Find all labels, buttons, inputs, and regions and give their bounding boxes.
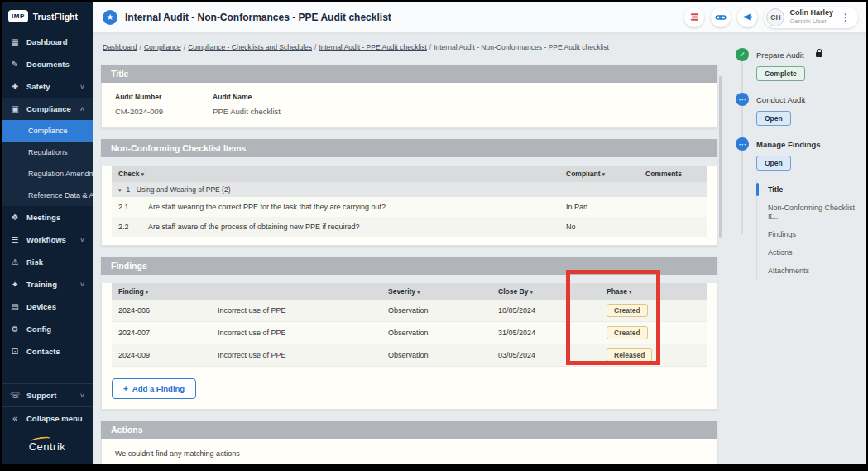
column-header-comments[interactable]: Comments [639,166,707,182]
screenshot-frame: IMP TrustFlight ▦ Dashboard ✎ Documents … [0,0,868,471]
avatar: CH [766,8,784,26]
group-collapse-icon[interactable]: ▾ [118,187,122,193]
breadcrumb-link-internal-audit[interactable]: Internal Audit - PPE Audit checklist [319,43,426,51]
column-header-check[interactable]: Check▾ [112,166,559,182]
scrollbar-thumb[interactable] [719,76,722,238]
compliance-doc-icon: ▣ [10,104,20,113]
finding-severity: Observation [381,344,492,367]
sidebar-subitem-regulations[interactable]: Regulations [2,142,93,163]
chevron-down-icon: ˅ [80,281,84,289]
finding-row[interactable]: 2024-009 Incorrect use of PPE Observatio… [112,344,707,367]
actions-section-header: Actions [101,421,717,439]
group-label: 1 - Using and Wearing of PPE (2) [127,185,231,194]
step-status-badge[interactable]: Complete [756,66,805,81]
sidebar-item-safety[interactable]: ✚ Safety ˅ [2,75,93,98]
audit-name-field: Audit Name PPE Audit checklist [213,93,281,116]
sidebar-item-dashboard[interactable]: ▦ Dashboard [2,31,93,53]
page-title: Internal Audit - Non-Conformances - PPE … [125,12,391,23]
checklist-row[interactable]: 2.1 Are staff wearing the correct PPE fo… [112,197,707,217]
sidebar-item-config[interactable]: ⚙ Config [2,318,93,340]
add-finding-button[interactable]: + Add a Finding [112,378,196,399]
gear-icon: ⚙ [10,324,20,334]
sidebar-item-documents[interactable]: ✎ Documents [2,53,93,75]
checklist-section: Non-Conforming Checklist Items Check▾ Co… [101,139,717,246]
column-header-severity[interactable]: Severity▾ [381,283,492,300]
imp-logo: IMP [8,10,28,22]
brand: IMP TrustFlight [2,2,93,31]
headset-icon: ☏ [10,391,20,400]
finding-close-by: 10/05/2024 [492,300,600,322]
sort-arrow-icon: ▾ [417,289,420,295]
section-nav-findings[interactable]: Findings [768,225,860,243]
compliance-group: ▣ Compliance ˄ Compliance Regulations Re… [2,98,93,206]
checklist-group-row[interactable]: ▾1 - Using and Wearing of PPE (2) [112,182,707,197]
workflow-step-conduct-audit: ⋯ Conduct Audit Open [736,93,860,126]
column-header-phase[interactable]: Phase▾ [600,283,670,300]
step-status-badge[interactable]: Open [756,111,791,126]
finding-row[interactable]: 2024-006 Incorrect use of PPE Observatio… [112,300,707,322]
check-question: Are staff wearing the correct PPE for th… [141,197,559,217]
section-nav-attachments[interactable]: Attachments [768,262,860,280]
column-header-finding[interactable]: Finding▾ [112,283,211,300]
workflows-icon: ☰ [10,235,20,244]
sidebar-subitem-reference-data[interactable]: Reference Data & Ana... [2,185,93,206]
top-header-bar: ★ Internal Audit - Non-Conformances - PP… [93,2,866,33]
breadcrumb-link-checklists[interactable]: Compliance - Checklists and Schedules [188,43,312,51]
announcements-button[interactable] [737,7,757,27]
sidebar-item-contacts[interactable]: ⊡ Contacts [2,340,93,363]
workflow-step-prepare-audit: ✓ Prepare Audit Complete [736,48,860,81]
sidebar-item-label: Contacts [26,347,84,356]
finding-row[interactable]: 2024-007 Incorrect use of PPE Observatio… [112,322,707,344]
chevron-down-icon: ˅ [80,83,84,91]
devices-icon: ▤ [10,302,20,311]
section-nav-actions[interactable]: Actions [768,243,860,262]
ellipsis-icon: ⋯ [739,140,746,149]
column-header-close-by[interactable]: Close By▾ [492,283,600,300]
check-comments [639,217,707,237]
breadcrumb-link-compliance[interactable]: Compliance [144,43,181,51]
sidebar-item-label: Safety [26,82,74,91]
finding-id: 2024-006 [112,300,211,322]
sidebar-footer: Centrik [2,430,93,464]
sidebar-nav: ▦ Dashboard ✎ Documents ✚ Safety ˅ ▣ Com… [2,31,93,430]
sidebar-item-compliance[interactable]: ▣ Compliance ˄ [2,98,93,120]
column-header-compliant[interactable]: Compliant▾ [559,166,639,182]
sidebar-item-devices[interactable]: ▤ Devices [2,296,93,318]
link-button[interactable] [711,7,731,27]
breadcrumb-link-dashboard[interactable]: Dashboard [103,43,137,51]
user-menu[interactable]: CH Colin Harley Centrik User ⋮ [764,7,858,28]
finding-severity: Observation [381,322,492,344]
paperclip-icon: ✎ [10,60,20,69]
finding-id: 2024-009 [112,344,211,367]
step-label: Prepare Audit [756,50,804,60]
sidebar-item-workflows[interactable]: ☰ Workflows ˅ [2,228,93,251]
sort-arrow-icon: ▾ [629,289,632,295]
sidebar-subitem-regulation-amendments[interactable]: Regulation Amendments [2,163,93,185]
breadcrumb-separator: / [184,43,185,51]
checklist-section-header: Non-Conforming Checklist Items [101,139,717,157]
sidebar-item-meetings[interactable]: ❖ Meetings [2,206,93,228]
main-area: ★ Internal Audit - Non-Conformances - PP… [93,2,866,464]
sidebar-subitem-compliance[interactable]: Compliance [2,120,93,142]
sidebar-item-label: Training [26,280,74,289]
workflow-rail: ✓ Prepare Audit Complete ⋯ Conduct Audit… [717,41,866,464]
sort-arrow-icon: ▾ [146,289,149,295]
workflow-step-manage-findings: ⋯ Manage Findings Open Title Non-Conform… [736,137,860,280]
step-status-badge[interactable]: Open [756,156,791,171]
sidebar-item-training[interactable]: ✦ Training ˅ [2,273,93,296]
section-nav-title[interactable]: Title [768,180,860,199]
kebab-menu-icon[interactable]: ⋮ [838,12,853,23]
chevron-up-icon: ˄ [80,105,84,113]
sidebar-item-label: Documents [26,60,84,69]
favorite-star-icon[interactable]: ★ [103,10,117,25]
check-compliant: In Part [559,197,639,217]
finding-severity: Observation [381,300,492,322]
tasks-button[interactable] [684,7,704,27]
collapse-menu-button[interactable]: « Collapse menu [2,406,93,430]
checklist-row[interactable]: 2.2 Are staff aware of the process of ob… [112,217,707,237]
check-number: 2.1 [112,197,141,217]
sidebar-item-support[interactable]: ☏ Support ˅ [2,383,93,406]
sidebar-item-risk[interactable]: ⚠ Risk [2,251,93,273]
user-role: Centrik User [789,17,833,26]
section-nav-checklist[interactable]: Non-Conforming Checklist It... [768,199,860,225]
